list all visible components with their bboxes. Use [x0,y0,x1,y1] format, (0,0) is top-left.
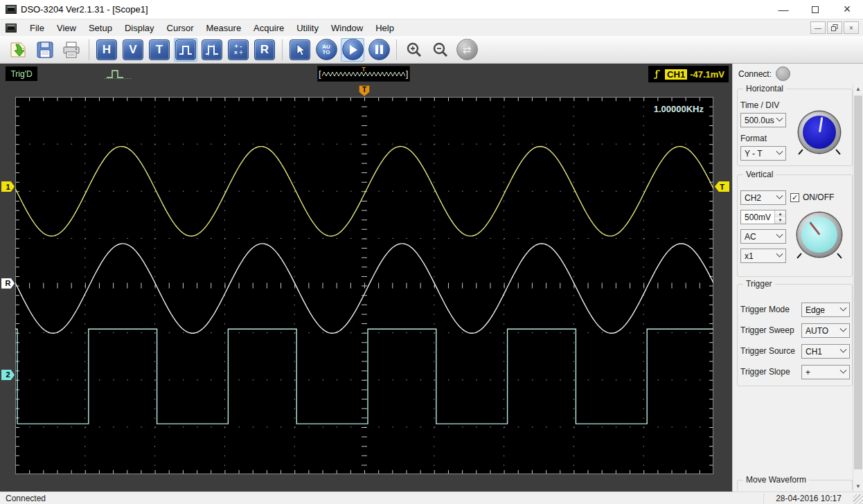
panel-scrollbar[interactable]: ▲ ▼ [853,83,863,492]
trigger-level-value: -47.1mV [690,69,724,80]
time-div-label: Time / DIV [740,100,779,110]
h-letter-icon: H [96,39,117,60]
trigger-source-label: Trigger Source [740,346,795,356]
scroll-up-icon[interactable]: ▲ [853,83,863,94]
zoom-in-button[interactable] [402,38,426,62]
minimize-button[interactable]: — [767,0,799,19]
probe-select[interactable]: x1 [740,249,786,263]
scope-screen: 1.00000KHz [15,97,713,474]
scrollbar-thumb[interactable] [854,96,862,469]
volts-div-spinner[interactable]: 500mV ▲▼ [740,210,786,224]
app-icon [6,5,17,14]
time-div-select[interactable]: 500.0us [740,113,786,127]
pause-button[interactable] [367,38,391,62]
spin-up-icon[interactable]: ▲ [775,210,785,217]
cursor-button[interactable] [288,38,312,62]
coupling-value: AC [745,232,756,242]
trigger-sweep-select[interactable]: AUTO [801,323,850,338]
reference-button[interactable]: R [253,38,276,62]
coupling-select[interactable]: AC [740,229,786,244]
waveform-display-button[interactable] [174,38,197,62]
auto-setup-button[interactable]: AUTO [314,38,338,62]
trigger-group: Trigger Trigger Mode Edge Trigger Sweep … [737,284,853,386]
run-button[interactable] [341,38,364,62]
trigger-source-badge: CH1 [665,69,687,80]
horizontal-setup-button[interactable]: H [95,38,118,62]
time-div-value: 500.0us [745,116,774,125]
open-button[interactable] [7,38,30,62]
spin-down-icon[interactable]: ▼ [775,217,785,224]
child-restore-button[interactable] [827,21,842,34]
horizontal-group-title: Horizontal [743,84,786,93]
chevron-down-icon [840,305,847,312]
connect-label: Connect: [738,69,772,79]
waveform-preview[interactable]: [ ] T [317,66,410,82]
trigger-source-select[interactable]: CH1 [801,344,850,359]
scroll-down-icon[interactable]: ▼ [853,480,863,492]
channel-marker-ref[interactable]: R [1,278,15,289]
t-letter-icon: T [149,39,170,60]
self-calibration-button[interactable]: ⇄ [455,38,479,62]
print-icon [62,40,81,60]
pulse-icon [175,39,196,60]
menu-window[interactable]: Window [325,21,369,35]
menu-file[interactable]: File [24,21,51,35]
channel-value: CH2 [745,193,761,203]
channel-marker-ch2[interactable]: 2 [1,370,15,380]
open-icon [9,40,28,60]
trigger-mode-select[interactable]: Edge [801,303,850,317]
connect-row: Connect: [738,66,790,81]
zoom-out-button[interactable] [429,38,452,62]
child-minimize-button[interactable]: — [810,21,826,34]
menu-utility[interactable]: Utility [290,21,325,35]
preview-right-bracket: ] [405,71,409,78]
check-icon: ✓ [792,193,798,202]
save-icon [36,41,54,59]
trigger-mode-value: Edge [806,305,825,315]
trigger-level-marker[interactable]: T [715,181,729,192]
preview-trigger-marker: T [362,66,366,73]
vertical-setup-button[interactable]: V [121,38,145,62]
trigger-slope-select[interactable]: + [801,365,850,379]
vertical-group-title: Vertical [743,170,776,179]
menu-acquire[interactable]: Acquire [247,21,290,35]
channel-select[interactable]: CH2 [740,190,786,205]
channel-marker-ch1[interactable]: 1 [1,181,15,192]
chevron-down-icon [840,325,847,332]
maximize-button[interactable] [799,0,831,19]
move-waveform-group: Move Waveform [737,480,853,491]
connect-indicator[interactable] [776,66,790,81]
menu-help[interactable]: Help [369,21,400,35]
math-button[interactable]: + -× ÷ [226,38,250,62]
trigger-position-marker[interactable]: T [359,85,370,96]
measure-pulse-button[interactable] [200,38,224,62]
menu-setup[interactable]: Setup [82,21,118,35]
child-close-button[interactable]: × [844,21,859,34]
horizontal-knob[interactable] [799,111,840,153]
resize-grip[interactable] [853,494,863,504]
menu-measure[interactable]: Measure [200,21,248,35]
chevron-down-icon [776,231,783,238]
knob-limit-tick [797,253,801,258]
close-button[interactable]: × [831,0,863,19]
save-button[interactable] [33,38,57,62]
vertical-knob[interactable] [797,213,842,257]
menu-view[interactable]: View [51,21,82,35]
vertical-group: Vertical CH2 ✓ ON/OFF 500mV ▲▼ AC x1 [737,174,853,277]
chevron-down-icon [776,148,783,155]
trigger-setup-button[interactable]: T [148,38,171,62]
probe-value: x1 [745,251,754,261]
maximize-icon [812,6,819,13]
play-icon [342,39,364,60]
chevron-down-icon [840,346,847,353]
menu-display[interactable]: Display [118,21,161,35]
onoff-checkbox[interactable]: ✓ [790,193,799,202]
trigger-mode-label: Trigger Mode [740,305,790,314]
print-button[interactable] [60,38,83,62]
format-select[interactable]: Y - T [740,146,786,161]
trigger-status-badge: Trig'D [6,66,37,81]
menu-cursor[interactable]: Cursor [161,21,200,35]
mdi-child-controls: — × [810,21,859,34]
format-value: Y - T [745,149,763,159]
move-waveform-title: Move Waveform [743,475,809,485]
